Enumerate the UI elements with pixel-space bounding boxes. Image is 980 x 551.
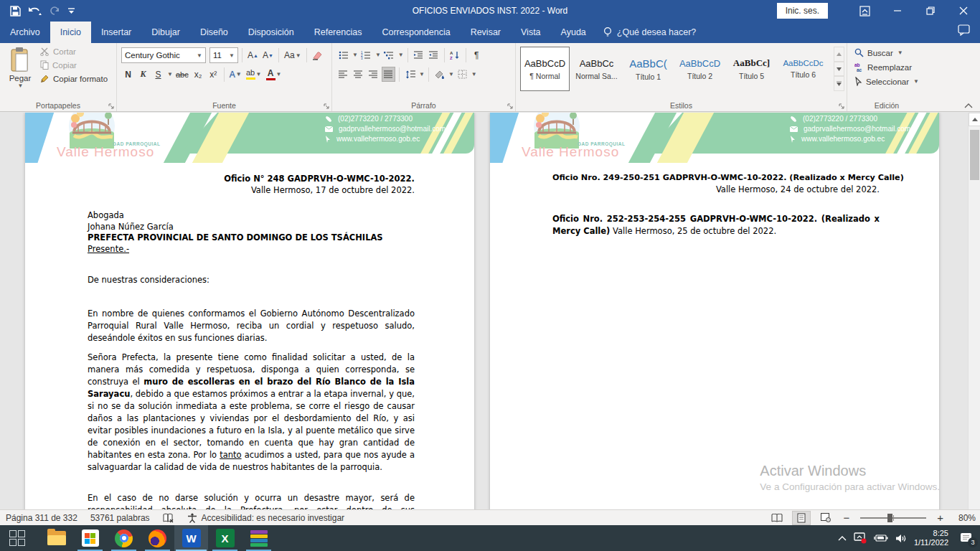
copy-button[interactable]: Copiar [40, 60, 108, 70]
styles-gallery-expand-icon[interactable] [834, 76, 844, 91]
tab-insertar[interactable]: Insertar [91, 22, 141, 43]
tab-diseno[interactable]: Diseño [190, 22, 238, 43]
grow-font-button[interactable]: A▲ [246, 48, 260, 63]
close-button[interactable] [947, 0, 980, 22]
zoom-slider-thumb[interactable] [887, 514, 892, 522]
strikethrough-button[interactable]: abc [174, 67, 190, 82]
decrease-indent-icon[interactable] [412, 47, 425, 62]
tab-disposicion[interactable]: Disposición [238, 22, 304, 43]
bold-button[interactable]: N [121, 67, 135, 82]
justify-icon[interactable] [382, 67, 395, 82]
styles-scroll-down-icon[interactable] [834, 62, 844, 77]
cut-button[interactable]: Cortar [40, 47, 108, 56]
underline-button[interactable]: S [151, 67, 165, 82]
collapse-ribbon-icon[interactable] [964, 103, 973, 108]
style-titulo-5[interactable]: AaBbCc] Título 5 [727, 47, 776, 91]
tab-vista[interactable]: Vista [511, 22, 551, 43]
select-button[interactable]: Seleccionar▼ [854, 77, 919, 86]
taskbar-excel[interactable]: X [208, 525, 242, 551]
shading-icon[interactable] [433, 67, 446, 82]
paste-dropdown-icon[interactable]: ▼ [18, 83, 24, 89]
tray-chevron-icon[interactable] [838, 535, 847, 541]
borders-icon[interactable] [456, 67, 469, 82]
superscript-button[interactable]: x² [207, 67, 220, 82]
styles-scroll-up-icon[interactable] [834, 47, 844, 62]
italic-button[interactable]: K [136, 67, 150, 82]
read-mode-icon[interactable] [768, 511, 786, 525]
paste-button[interactable]: Pegar ▼ [4, 47, 36, 98]
scrollbar-thumb[interactable] [970, 130, 979, 180]
tab-referencias[interactable]: Referencias [304, 22, 372, 43]
document-page-1[interactable]: Valle Hermoso GAD PARROQUIAL (02)2773220… [25, 113, 474, 509]
save-icon[interactable] [10, 6, 21, 17]
feedback-icon[interactable] [958, 24, 970, 36]
tab-archivo[interactable]: Archivo [0, 22, 50, 43]
underline-dropdown-icon[interactable]: ▼ [167, 71, 173, 77]
taskbar-winrar[interactable] [242, 525, 275, 551]
minimize-button[interactable] [881, 0, 914, 22]
accessibility-status[interactable]: Accesibilidad: es necesario investigar [187, 513, 344, 523]
highlight-color-button[interactable]: ab▼ [245, 67, 263, 82]
replace-button[interactable]: abac Reemplazar [854, 62, 919, 72]
style-titulo-1[interactable]: AaBbC( Título 1 [623, 47, 673, 91]
zoom-level[interactable]: 80% [951, 513, 976, 523]
clear-formatting-icon[interactable] [311, 48, 324, 63]
zoom-out-button[interactable]: − [841, 512, 852, 524]
customize-qat-icon[interactable] [67, 6, 75, 15]
sort-icon[interactable]: AZ [448, 47, 462, 62]
ribbon-display-options-icon[interactable] [848, 0, 881, 22]
sign-in-button[interactable]: Inic. ses. [777, 3, 828, 19]
tray-clock[interactable]: 8:25 1/11/2022 [914, 529, 948, 547]
show-paragraph-marks-button[interactable]: ¶ [470, 47, 484, 62]
tab-ayuda[interactable]: Ayuda [551, 22, 596, 43]
tab-inicio[interactable]: Inicio [50, 22, 91, 43]
taskbar-chrome[interactable] [107, 525, 141, 551]
word-count[interactable]: 53761 palabras [90, 513, 150, 523]
redo-icon[interactable] [50, 6, 60, 16]
scroll-up-icon[interactable] [969, 113, 980, 126]
vertical-scrollbar[interactable] [968, 113, 980, 509]
tray-battery-icon[interactable] [874, 534, 888, 542]
taskbar-word[interactable]: W [174, 525, 208, 551]
zoom-in-button[interactable]: + [935, 512, 946, 524]
font-dialog-launcher-icon[interactable] [324, 103, 329, 109]
text-effects-button[interactable]: A▼ [228, 67, 243, 82]
style-titulo-6[interactable]: AaBbCcDc Título 6 [778, 47, 828, 91]
page-indicator[interactable]: Página 311 de 332 [6, 513, 77, 523]
style-normal[interactable]: AaBbCcD ¶ Normal [520, 47, 570, 91]
document-page-2[interactable]: Valle Hermoso GAD PARROQUIAL (02)2773220… [490, 113, 939, 509]
numbering-icon[interactable]: 123 [359, 47, 373, 62]
align-left-icon[interactable] [336, 67, 350, 82]
style-titulo-2[interactable]: AaBbCcD Título 2 [675, 47, 725, 91]
subscript-button[interactable]: x₂ [192, 67, 205, 82]
multilevel-list-icon[interactable] [382, 47, 396, 62]
taskbar-microsoft-store[interactable] [73, 525, 107, 551]
tray-volume-icon[interactable] [895, 534, 907, 543]
font-color-button[interactable]: A▼ [265, 67, 283, 82]
undo-icon[interactable] [28, 6, 42, 16]
shrink-font-button[interactable]: A▼ [261, 48, 275, 63]
align-center-icon[interactable] [352, 67, 365, 82]
notification-center-icon[interactable]: 3 [960, 532, 973, 544]
clipboard-dialog-launcher-icon[interactable] [108, 103, 114, 109]
start-button[interactable] [0, 525, 34, 551]
increase-indent-icon[interactable] [427, 47, 440, 62]
paragraph-dialog-launcher-icon[interactable] [507, 103, 513, 109]
font-size-combobox[interactable]: 11▼ [209, 47, 238, 63]
find-button[interactable]: Buscar▼ [854, 48, 919, 57]
bullets-icon[interactable] [336, 47, 350, 62]
styles-dialog-launcher-icon[interactable] [839, 103, 844, 109]
tab-dibujar[interactable]: Dibujar [141, 22, 190, 43]
print-layout-icon[interactable] [792, 511, 811, 525]
proofing-icon[interactable] [163, 513, 174, 523]
tell-me-search[interactable]: ¿Qué desea hacer? [596, 22, 704, 43]
tab-correspondencia[interactable]: Correspondencia [372, 22, 460, 43]
align-right-icon[interactable] [367, 67, 380, 82]
zoom-slider[interactable] [860, 517, 926, 519]
web-layout-icon[interactable] [816, 511, 835, 525]
format-painter-button[interactable]: Copiar formato [40, 74, 108, 83]
style-normal-sa[interactable]: AaBbCc Normal Sa... [572, 47, 621, 91]
font-family-combobox[interactable]: Century Gothic▼ [121, 47, 206, 63]
taskbar-file-explorer[interactable] [39, 525, 73, 551]
restore-button[interactable] [914, 0, 947, 22]
